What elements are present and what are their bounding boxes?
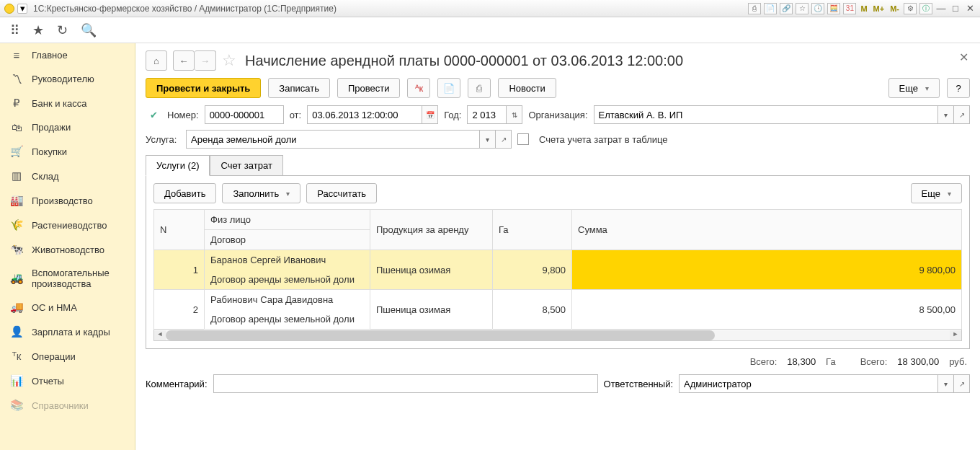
window-maximize[interactable]: □ bbox=[950, 3, 961, 14]
accounts-checkbox[interactable] bbox=[517, 133, 529, 145]
reports-icon: 📊 bbox=[10, 374, 23, 387]
fill-button[interactable]: Заполнить bbox=[222, 183, 300, 203]
sidebar-item-operations[interactable]: ᵀкОперации bbox=[0, 344, 135, 369]
help-button[interactable]: ? bbox=[947, 78, 970, 98]
year-input[interactable]: 2 013 bbox=[467, 105, 507, 124]
tb-settings-icon[interactable]: ⚙ bbox=[904, 3, 917, 14]
tb-history-icon[interactable]: 🕓 bbox=[811, 3, 824, 14]
year-label: Год: bbox=[444, 110, 461, 120]
home-button[interactable]: ⌂ bbox=[146, 50, 167, 71]
tbl-more-button[interactable]: Еще bbox=[911, 183, 962, 203]
attach-button[interactable]: 📄 bbox=[437, 78, 460, 98]
sidebar-item-catalogs[interactable]: 📚Справочники bbox=[0, 393, 135, 418]
document-title: Начисление арендной платы 0000-000001 от… bbox=[245, 53, 683, 69]
favorite-star-icon[interactable]: ☆ bbox=[222, 51, 236, 70]
scroll-thumb[interactable] bbox=[166, 330, 715, 340]
scroll-left-icon[interactable]: ◄ bbox=[154, 330, 166, 340]
ruble-icon: ₽ bbox=[10, 97, 23, 110]
date-input[interactable]: 03.06.2013 12:00:00 bbox=[307, 105, 422, 124]
total-sum-unit: руб. bbox=[949, 356, 967, 367]
tb-calendar-icon[interactable]: 31 bbox=[843, 3, 856, 14]
search-icon[interactable]: 🔍 bbox=[81, 22, 97, 38]
tb-favorite-icon[interactable]: ☆ bbox=[796, 3, 808, 14]
tractor-icon: 🚜 bbox=[10, 272, 23, 285]
resp-dropdown-icon[interactable]: ▾ bbox=[938, 374, 954, 393]
comment-input[interactable] bbox=[213, 374, 598, 393]
person-icon: 👤 bbox=[10, 325, 23, 338]
apps-icon[interactable]: ⠿ bbox=[10, 22, 19, 38]
warehouse-icon: ▥ bbox=[10, 169, 23, 182]
col-contract[interactable]: Договор bbox=[205, 230, 370, 250]
scroll-right-icon[interactable]: ► bbox=[950, 330, 961, 340]
dtkt-button[interactable]: ᴬк bbox=[407, 78, 430, 98]
horizontal-scrollbar[interactable]: ◄ ► bbox=[153, 330, 962, 341]
window-minimize[interactable]: — bbox=[935, 3, 947, 14]
wheat-icon: 🌾 bbox=[10, 219, 23, 231]
org-open-icon[interactable]: ↗ bbox=[954, 105, 970, 124]
tab-cost-account[interactable]: Счет затрат bbox=[210, 155, 282, 176]
col-sum[interactable]: Сумма bbox=[572, 210, 962, 250]
calc-button[interactable]: Рассчитать bbox=[306, 183, 377, 203]
post-button[interactable]: Провести bbox=[337, 78, 401, 98]
sidebar-item-livestock[interactable]: 🐄Животноводство bbox=[0, 237, 135, 262]
add-button[interactable]: Добавить bbox=[153, 183, 216, 203]
service-input[interactable]: Аренда земельной доли bbox=[186, 130, 480, 149]
org-input[interactable]: Елтавский А. В. ИП bbox=[594, 105, 939, 124]
tb-info-icon[interactable]: ⓘ bbox=[919, 3, 932, 14]
sidebar-item-production[interactable]: 🏭Производство bbox=[0, 188, 135, 213]
sidebar-item-bank[interactable]: ₽Банк и касса bbox=[0, 91, 135, 115]
table-row[interactable]: 2 Рабинович Сара Давидовна Пшеница озима… bbox=[154, 290, 962, 310]
tab-services[interactable]: Услуги (2) bbox=[146, 155, 210, 176]
sidebar-item-sales[interactable]: 🛍Продажи bbox=[0, 115, 135, 139]
tb-icon-2[interactable]: 📄 bbox=[764, 3, 777, 14]
number-input[interactable]: 0000-000001 bbox=[205, 105, 284, 124]
sidebar-item-assets[interactable]: 🚚ОС и НМА bbox=[0, 295, 135, 319]
year-spinner-icon[interactable]: ⇅ bbox=[507, 105, 522, 124]
col-ha[interactable]: Га bbox=[493, 210, 572, 250]
favorites-icon[interactable]: ★ bbox=[32, 22, 44, 38]
col-n[interactable]: N bbox=[154, 210, 205, 250]
sidebar-label: Склад bbox=[32, 171, 59, 182]
accounts-label: Счета учета затрат в таблице bbox=[539, 134, 668, 145]
app-menu-dropdown[interactable]: ▾ bbox=[17, 4, 27, 14]
history-icon[interactable]: ↻ bbox=[57, 22, 68, 38]
tb-calc-icon[interactable]: 🧮 bbox=[827, 3, 840, 14]
print-button[interactable]: ⎙ bbox=[468, 78, 491, 98]
nav-back[interactable]: ← bbox=[173, 50, 195, 71]
post-and-close-button[interactable]: Провести и закрыть bbox=[146, 78, 261, 98]
service-dropdown-icon[interactable]: ▾ bbox=[480, 130, 496, 149]
news-button[interactable]: Новости bbox=[498, 78, 556, 98]
sidebar-item-reports[interactable]: 📊Отчеты bbox=[0, 369, 135, 393]
sidebar-item-warehouse[interactable]: ▥Склад bbox=[0, 164, 135, 188]
sidebar-item-aux[interactable]: 🚜Вспомогательные производства bbox=[0, 262, 135, 295]
tb-m[interactable]: M bbox=[859, 3, 868, 14]
save-button[interactable]: Записать bbox=[268, 78, 330, 98]
responsible-input[interactable]: Администратор bbox=[679, 374, 938, 393]
service-open-icon[interactable]: ↗ bbox=[496, 130, 512, 149]
from-label: от: bbox=[290, 110, 302, 120]
col-product[interactable]: Продукция за аренду bbox=[370, 210, 493, 250]
tb-m-plus[interactable]: M+ bbox=[872, 3, 886, 14]
resp-open-icon[interactable]: ↗ bbox=[954, 374, 970, 393]
date-picker-icon[interactable]: 📅 bbox=[422, 105, 438, 124]
sidebar-item-manager[interactable]: 〽Руководителю bbox=[0, 67, 135, 91]
nav-forward[interactable]: → bbox=[195, 50, 216, 71]
col-person[interactable]: Физ лицо bbox=[205, 210, 370, 230]
more-button[interactable]: Еще bbox=[888, 78, 940, 98]
window-close[interactable]: ✕ bbox=[964, 3, 976, 14]
org-dropdown-icon[interactable]: ▾ bbox=[938, 105, 954, 124]
tb-m-minus[interactable]: M- bbox=[888, 3, 901, 14]
tab-body: Добавить Заполнить Рассчитать Еще N Физ … bbox=[146, 175, 970, 349]
sidebar-item-salary[interactable]: 👤Зарплата и кадры bbox=[0, 319, 135, 344]
sidebar-item-purchases[interactable]: 🛒Покупки bbox=[0, 139, 135, 164]
sidebar-item-main[interactable]: ≡Главное bbox=[0, 43, 135, 67]
close-tab-icon[interactable]: ✕ bbox=[959, 50, 968, 64]
window-title: 1С:Крестьянско-фермерское хозяйство / Ад… bbox=[33, 4, 337, 14]
total-sum-value: 18 300,00 bbox=[897, 356, 939, 367]
truck-icon: 🚚 bbox=[10, 301, 23, 314]
table-row[interactable]: 1 Баранов Сергей Иванович Пшеница озимая… bbox=[154, 250, 962, 270]
tb-icon-1[interactable]: ⎙ bbox=[748, 3, 761, 14]
sidebar-item-crops[interactable]: 🌾Растениеводство bbox=[0, 213, 135, 237]
home-icon: ≡ bbox=[10, 49, 23, 61]
tb-icon-3[interactable]: 🔗 bbox=[780, 3, 793, 14]
